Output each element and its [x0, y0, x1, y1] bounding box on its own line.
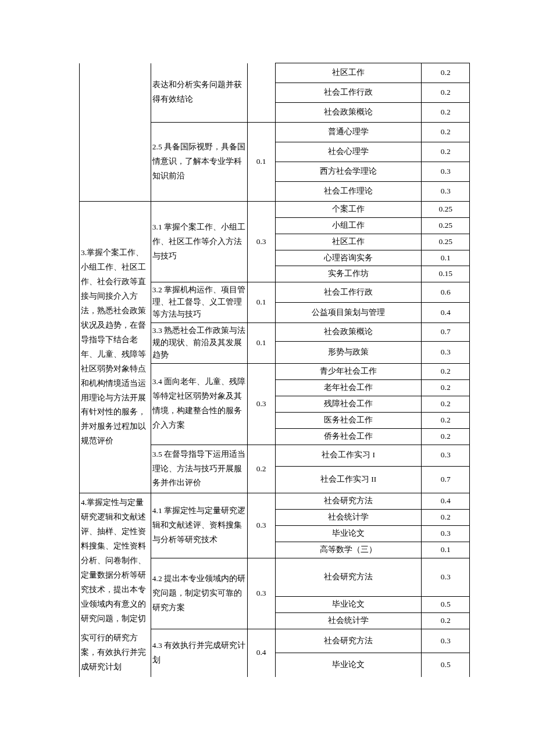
- weight-cell: 0.3: [247, 558, 275, 629]
- table-row: 表达和分析实务问题并获得有效结论 社区工作 0.2: [80, 63, 470, 83]
- weight-cell: 0.1: [247, 323, 275, 364]
- course-cell: 普通心理学: [275, 122, 422, 142]
- value-cell: 0.7: [422, 467, 470, 493]
- weight-cell: 0.3: [247, 201, 275, 282]
- subobjective-cell: 2.5 具备国际视野，具备国情意识，了解本专业学科知识前沿: [151, 122, 247, 201]
- weight-cell: 0.1: [247, 122, 275, 201]
- course-cell: 社会工作理论: [275, 181, 422, 201]
- weight-cell: [247, 63, 275, 123]
- value-cell: 0.15: [422, 266, 470, 282]
- value-cell: 0.2: [422, 396, 470, 412]
- value-cell: 0.6: [422, 282, 470, 303]
- course-cell: 社会研究方法: [275, 493, 422, 510]
- course-cell: 社会工作实习 II: [275, 467, 422, 493]
- table-row: 3.掌握个案工作、小组工作、社区工作、社会行政等直接与间接介入方法，熟悉社会政策…: [80, 201, 470, 217]
- value-cell: 0.2: [422, 142, 470, 162]
- weight-cell: 0.3: [247, 363, 275, 445]
- course-cell: 西方社会学理论: [275, 162, 422, 181]
- value-cell: 0.4: [422, 303, 470, 323]
- table-row: 4.掌握定性与定量研究逻辑和文献述评、抽样、定性资料搜集、定性资料分析、问卷制作…: [80, 493, 470, 510]
- value-cell: 0.2: [422, 412, 470, 428]
- course-cell: 社会统计学: [275, 510, 422, 526]
- subobjective-cell: 4.2 提出本专业领域内的研究问题，制定切实可靠的研究方案: [151, 558, 247, 629]
- value-cell: 0.5: [422, 596, 470, 612]
- value-cell: 0.2: [422, 83, 470, 102]
- objective-cell: 4.掌握定性与定量研究逻辑和文献述评、抽样、定性资料搜集、定性资料分析、问卷制作…: [80, 493, 151, 629]
- objective-cell: 3.掌握个案工作、小组工作、社区工作、社会行政等直接与间接介入方法，熟悉社会政策…: [80, 201, 151, 493]
- subobjective-cell: 4.1 掌握定性与定量研究逻辑和文献述评、资料搜集与分析等研究技术: [151, 493, 247, 558]
- course-cell: 公益项目策划与管理: [275, 303, 422, 323]
- course-cell: 侨务社会工作: [275, 428, 422, 445]
- course-cell: 毕业论文: [275, 596, 422, 612]
- value-cell: 0.3: [422, 526, 470, 542]
- value-cell: 0.2: [422, 122, 470, 142]
- weight-cell: 0.3: [247, 493, 275, 558]
- course-cell: 形势与政策: [275, 341, 422, 363]
- weight-cell: 0.2: [247, 445, 275, 493]
- subobjective-cell: 3.3 熟悉社会工作政策与法规的现状、前沿及其发展趋势: [151, 323, 247, 364]
- course-cell: 社会心理学: [275, 142, 422, 162]
- value-cell: 0.2: [422, 363, 470, 379]
- value-cell: 0.3: [422, 558, 470, 597]
- course-cell: 社区工作: [275, 234, 422, 250]
- course-cell: 老年社会工作: [275, 379, 422, 396]
- course-cell: 社会研究方法: [275, 629, 422, 653]
- subobjective-cell: 3.2 掌握机构运作、项目管理、社工督导、义工管理等方法与技巧: [151, 282, 247, 323]
- course-cell: 社会工作行政: [275, 282, 422, 303]
- course-cell: 社会政策概论: [275, 323, 422, 341]
- objective-cell: [80, 63, 151, 202]
- value-cell: 0.2: [422, 612, 470, 629]
- table-row: 实可行的研究方案，有效执行并完成研究计划 4.3 有效执行并完成研究计划 0.4…: [80, 629, 470, 653]
- value-cell: 0.1: [422, 542, 470, 558]
- value-cell: 0.3: [422, 341, 470, 363]
- course-cell: 社会工作行政: [275, 83, 422, 102]
- weight-cell: 0.4: [247, 629, 275, 677]
- value-cell: 0.4: [422, 493, 470, 510]
- subobjective-cell: 3.5 在督导指导下运用适当理论、方法与技巧开展服务并作出评价: [151, 445, 247, 493]
- subobjective-cell: 3.4 面向老年、儿童、残障等特定社区弱势对象及其情境，构建整合性的服务介入方案: [151, 363, 247, 445]
- course-cell: 社会工作实习 I: [275, 445, 422, 467]
- subobjective-cell: 4.3 有效执行并完成研究计划: [151, 629, 247, 677]
- curriculum-matrix-table: 表达和分析实务问题并获得有效结论 社区工作 0.2 社会工作行政0.2 社会政策…: [79, 63, 470, 677]
- course-cell: 小组工作: [275, 217, 422, 234]
- value-cell: 0.25: [422, 234, 470, 250]
- document-page: 表达和分析实务问题并获得有效结论 社区工作 0.2 社会工作行政0.2 社会政策…: [0, 0, 535, 756]
- course-cell: 心理咨询实务: [275, 250, 422, 266]
- course-cell: 社会研究方法: [275, 558, 422, 597]
- course-cell: 个案工作: [275, 201, 422, 217]
- course-cell: 青少年社会工作: [275, 363, 422, 379]
- value-cell: 0.1: [422, 250, 470, 266]
- course-cell: 社区工作: [275, 63, 422, 83]
- course-cell: 实务工作坊: [275, 266, 422, 282]
- value-cell: 0.2: [422, 510, 470, 526]
- value-cell: 0.25: [422, 217, 470, 234]
- value-cell: 0.25: [422, 201, 470, 217]
- course-cell: 社会统计学: [275, 612, 422, 629]
- value-cell: 0.2: [422, 63, 470, 83]
- value-cell: 0.7: [422, 323, 470, 341]
- value-cell: 0.3: [422, 629, 470, 653]
- course-cell: 毕业论文: [275, 526, 422, 542]
- subobjective-cell: 3.1 掌握个案工作、小组工作、社区工作等介入方法与技巧: [151, 201, 247, 282]
- course-cell: 高等数学（三）: [275, 542, 422, 558]
- value-cell: 0.2: [422, 102, 470, 122]
- course-cell: 毕业论文: [275, 653, 422, 677]
- course-cell: 医务社会工作: [275, 412, 422, 428]
- value-cell: 0.2: [422, 428, 470, 445]
- objective-cell: 实可行的研究方案，有效执行并完成研究计划: [80, 629, 151, 677]
- value-cell: 0.3: [422, 181, 470, 201]
- value-cell: 0.2: [422, 379, 470, 396]
- value-cell: 0.3: [422, 445, 470, 467]
- subobjective-cell: 表达和分析实务问题并获得有效结论: [151, 63, 247, 123]
- value-cell: 0.5: [422, 653, 470, 677]
- course-cell: 残障社会工作: [275, 396, 422, 412]
- course-cell: 社会政策概论: [275, 102, 422, 122]
- value-cell: 0.3: [422, 162, 470, 181]
- weight-cell: 0.1: [247, 282, 275, 323]
